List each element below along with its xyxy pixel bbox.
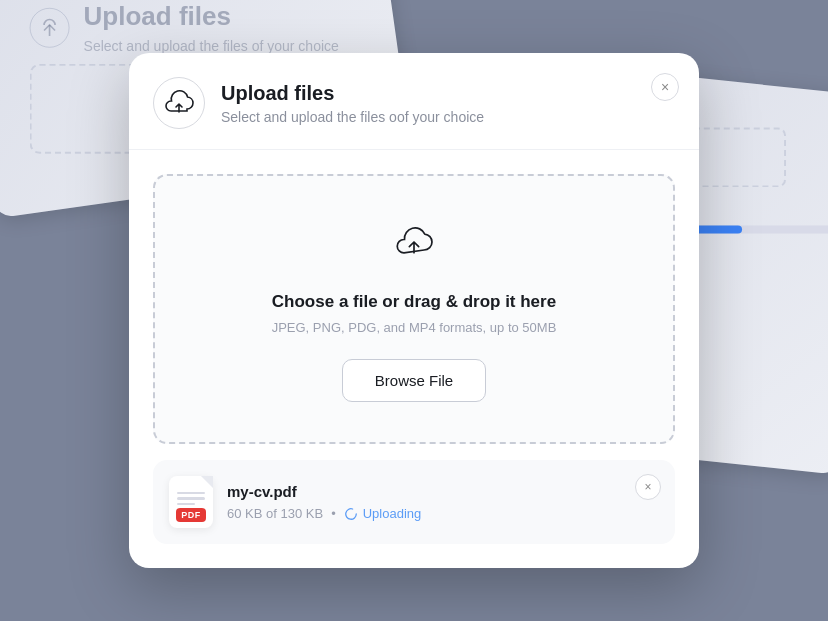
file-remove-button[interactable]: × [635,474,661,500]
dropzone-title: Choose a file or drag & drop it here [272,292,556,312]
spinner-icon [344,507,358,521]
file-meta: 60 KB of 130 KB • Uploading [227,506,659,521]
file-size: 60 KB of 130 KB [227,506,323,521]
modal-title: Upload files [221,82,675,105]
file-name: my-cv.pdf [227,483,659,500]
file-item-row: PDF my-cv.pdf 60 KB of 130 KB • Uploadin… [153,460,675,544]
bg-card-subtitle: Select and upload the files of your choi… [84,38,339,54]
dropzone-subtitle: JPEG, PNG, PDG, and MP4 formats, up to 5… [272,320,557,335]
modal-subtitle: Select and upload the files oof your cho… [221,109,675,125]
file-icon-lines [177,492,205,509]
file-icon-corner [201,476,213,488]
upload-modal: Upload files Select and upload the files… [129,53,699,568]
file-badge: PDF [176,508,206,522]
dropzone-cloud-icon [388,216,440,272]
uploading-label: Uploading [363,506,422,521]
file-info: my-cv.pdf 60 KB of 130 KB • Uploading [227,483,659,521]
cloud-upload-icon [157,81,201,125]
bg-card-title: Upload files [84,1,339,32]
modal-header: Upload files Select and upload the files… [129,53,699,150]
modal-title-group: Upload files Select and upload the files… [221,82,675,125]
modal-close-button[interactable]: × [651,73,679,101]
file-icon-wrapper: PDF [169,476,213,528]
file-uploading-status: Uploading [344,506,422,521]
modal-body: Choose a file or drag & drop it here JPE… [129,150,699,568]
browse-file-button[interactable]: Browse File [342,359,486,402]
modal-header-icon [153,77,205,129]
dropzone[interactable]: Choose a file or drag & drop it here JPE… [153,174,675,444]
